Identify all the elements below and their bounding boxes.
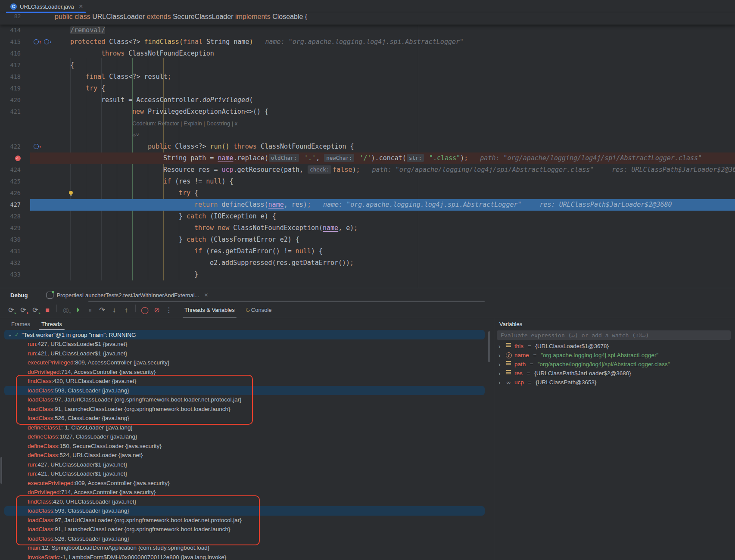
code-line[interactable]: 427return defineClass(name, res);name: "… <box>0 199 735 211</box>
code-line[interactable]: 418final Class<?> result; <box>0 71 735 83</box>
line-band: } catch (ClassFormatError e2) { <box>30 234 735 246</box>
resume-button[interactable]: ⏵ <box>72 305 84 316</box>
code-line[interactable]: String path = name.replace(oldChar: '.',… <box>0 152 735 164</box>
frame-row[interactable]: doPrivileged:714, AccessController {java… <box>4 367 485 377</box>
code-line[interactable]: 416throws ClassNotFoundException <box>0 48 735 59</box>
variable-row[interactable]: ›∞ucp = {URLClassPath@3653} <box>494 378 735 387</box>
code-line[interactable]: 417{ <box>0 59 735 71</box>
frame-row[interactable]: run:421, URLClassLoader$1 {java.net} <box>4 349 485 358</box>
debug-session-tab[interactable]: PropertiesLauncherTests2.testJarWithInne… <box>47 292 208 299</box>
frame-row[interactable]: findClass:420, URLClassLoader {java.net} <box>4 376 485 386</box>
code-text: { <box>55 59 735 71</box>
tab-console[interactable]: Console <box>246 302 272 318</box>
frame-row[interactable]: loadClass:593, ClassLoader {java.lang} <box>4 506 485 516</box>
frame-row[interactable]: invokeStatic:-1, LambdaForm$DMH/0x000000… <box>4 553 485 560</box>
rerun-button[interactable]: ⟳▸ <box>6 305 17 316</box>
chevron-right-icon[interactable]: › <box>498 343 503 350</box>
code-line[interactable]: 431if (res.getDataError() != null) { <box>0 246 735 257</box>
chevron-down-icon[interactable]: ⌄ <box>8 332 12 338</box>
session-tab-close-icon[interactable]: ✕ <box>204 292 208 298</box>
editor-tab-urlclassloader[interactable]: C URLClassLoader.java ✕ <box>4 0 87 13</box>
frame-row[interactable]: loadClass:526, ClassLoader {java.lang} <box>4 414 485 423</box>
code-text: Codeium: Refactor | Explain | Docstring … <box>55 118 735 129</box>
rerun-failed-tests-button[interactable]: ⟳● <box>18 305 29 316</box>
frame-row[interactable]: run:427, URLClassLoader$1 {java.net} <box>4 460 485 470</box>
code-line[interactable]: 424Resource res = ucp.getResource(path, … <box>0 164 735 176</box>
code-line[interactable]: 421new PrivilegedExceptionAction<>() { <box>0 106 735 118</box>
frame-row[interactable]: defineClass:1027, ClassLoader {java.lang… <box>4 432 485 442</box>
overrides-method-icon[interactable] <box>34 39 39 44</box>
pause-button[interactable]: ⏸ <box>84 305 96 316</box>
tab-threads-and-variables[interactable]: Threads & Variables <box>184 302 235 318</box>
frames-left-scrollbar[interactable] <box>0 457 2 484</box>
breakpoint-icon[interactable] <box>15 156 21 161</box>
overridden-method-icon[interactable] <box>44 39 49 44</box>
variable-row[interactable]: ›path = "org/apache/logging/log4j/spi/Ab… <box>494 360 735 369</box>
tab-close-icon[interactable]: ✕ <box>79 3 83 9</box>
code-line[interactable]: 419try { <box>0 83 735 94</box>
frame-row[interactable]: loadClass:91, LaunchedClassLoader {org.s… <box>4 525 485 534</box>
frame-row[interactable]: main:12, SpringbootLoadDemoApplication {… <box>4 543 485 553</box>
line-band: throws ClassNotFoundException <box>30 48 735 59</box>
frame-row[interactable]: findClass:420, URLClassLoader {java.net} <box>4 497 485 507</box>
code-line[interactable]: 426try { <box>0 187 735 199</box>
sticky-class-declaration-line[interactable]: 82public class URLClassLoader extends Se… <box>0 13 735 25</box>
chevron-right-icon[interactable]: › <box>498 370 503 377</box>
frame-row[interactable]: run:421, URLClassLoader$1 {java.net} <box>4 469 485 479</box>
frame-row[interactable]: defineClass:150, SecureClassLoader {java… <box>4 442 485 451</box>
code-line[interactable]: 429throw new ClassNotFoundException(name… <box>0 222 735 234</box>
frame-row[interactable]: defineClass1:-1, ClassLoader {java.lang} <box>4 423 485 432</box>
frame-location: :809, AccessController {java.security} <box>74 359 170 366</box>
chevron-right-icon[interactable]: › <box>498 379 503 386</box>
frame-row[interactable]: executePrivileged:809, AccessController … <box>4 358 485 367</box>
line-band: final Class<?> result; <box>30 71 735 83</box>
more-button[interactable]: ⋮ <box>163 305 174 316</box>
code-line[interactable]: 432e2.addSuppressed(res.getDataError()); <box>0 257 735 269</box>
code-line[interactable]: 428} catch (IOException e) { <box>0 211 735 222</box>
code-line[interactable]: 414/removal/ <box>0 25 735 36</box>
frame-row[interactable]: loadClass:526, ClassLoader {java.lang} <box>4 534 485 544</box>
frame-row[interactable]: run:427, URLClassLoader$1 {java.net} <box>4 339 485 349</box>
chevron-right-icon[interactable]: › <box>498 352 503 359</box>
code-line[interactable]: 422public Class<?> run() throws ClassNot… <box>0 141 735 152</box>
mute-breakpoints-button[interactable]: ⊘ <box>151 305 162 316</box>
code-line[interactable]: 415protected Class<?> findClass(final St… <box>0 36 735 48</box>
code-line[interactable]: 430} catch (ClassFormatError e2) { <box>0 234 735 246</box>
frame-row[interactable]: loadClass:91, LaunchedClassLoader {org.s… <box>4 404 485 414</box>
frame-row[interactable]: loadClass:97, JarUrlClassLoader {org.spr… <box>4 395 485 404</box>
step-out-button[interactable]: ↑ <box>121 305 132 316</box>
step-into-button[interactable]: ↓ <box>109 305 120 316</box>
step-over-button[interactable]: ↷ <box>97 305 108 316</box>
line-band: result = AccessController.doPrivileged( <box>30 94 735 106</box>
frame-row[interactable]: defineClass:524, URLClassLoader {java.ne… <box>4 451 485 460</box>
thread-header-row[interactable]: ⌄ ✓ "Test worker"@1 in group "main": RUN… <box>4 330 485 339</box>
frames-scrollbar[interactable] <box>488 331 490 362</box>
frame-row[interactable]: executePrivileged:809, AccessController … <box>4 479 485 488</box>
code-line[interactable]: 433} <box>0 269 735 280</box>
variable-row[interactable]: ›res = {URLClassPath$JarLoader$2@3680} <box>494 369 735 378</box>
intention-bulb-icon[interactable] <box>69 191 73 195</box>
overrides-method-icon[interactable] <box>34 144 39 149</box>
code-line[interactable]: Codeium: Refactor | Explain | Docstring … <box>0 118 735 129</box>
frame-row[interactable]: loadClass:593, ClassLoader {java.lang} <box>4 386 485 395</box>
evaluate-expression-input[interactable]: Evaluate expression (↵) or add a watch (… <box>497 330 731 340</box>
tab-frames[interactable]: Frames <box>11 318 30 330</box>
frame-location: :150, SecureClassLoader {java.security} <box>58 443 162 449</box>
code-editor[interactable]: C URLClassLoader.java ✕ 82public class U… <box>0 0 735 288</box>
frame-row[interactable]: loadClass:97, JarUrlClassLoader {org.spr… <box>4 516 485 525</box>
test-history-button[interactable]: ◎˅ <box>60 305 72 316</box>
stop-button[interactable]: ■ <box>42 305 53 316</box>
frame-row[interactable]: doPrivileged:714, AccessController {java… <box>4 488 485 497</box>
restart-debug-button[interactable]: ⟳▸ <box>30 305 41 316</box>
code-line[interactable]: 425if (res != null) { <box>0 176 735 187</box>
view-breakpoints-button[interactable]: ◯ <box>139 305 150 316</box>
code-line[interactable]: 420result = AccessController.doPrivilege… <box>0 94 735 106</box>
gutter-icons <box>30 164 55 176</box>
variable-row[interactable]: ›this = {URLClassLoader$1@3678} <box>494 342 735 351</box>
variables-pane-title: Variables <box>494 318 735 330</box>
code-text: public Class<?> run() throws ClassNotFou… <box>55 141 735 152</box>
code-line[interactable]: ⟡˅ <box>0 129 735 141</box>
variable-row[interactable]: ›fname = "org.apache.logging.log4j.spi.A… <box>494 351 735 360</box>
chevron-right-icon[interactable]: › <box>498 361 503 368</box>
tab-threads[interactable]: Threads <box>41 318 62 330</box>
